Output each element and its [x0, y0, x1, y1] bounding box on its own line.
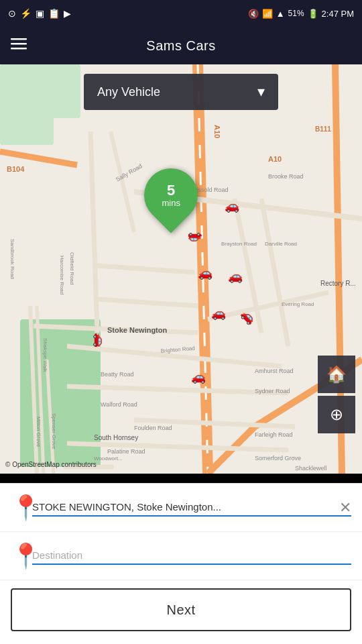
svg-text:Rectory R...: Rectory R... — [320, 280, 356, 287]
signal-icon: ▲ — [276, 9, 285, 19]
svg-rect-5 — [0, 64, 80, 118]
map-pin: 5 mins — [144, 168, 198, 222]
usb-status-icon: ⚡ — [20, 8, 32, 19]
status-icons-right: 🔇 📶 ▲ 51% 🔋 2:47 PM — [248, 9, 354, 19]
clipboard-status-icon: 📋 — [48, 8, 60, 19]
pin-bubble-inner: 5 mins — [162, 183, 180, 208]
svg-rect-1 — [11, 43, 27, 45]
app-header: Sams Cars — [0, 27, 362, 64]
clear-pickup-button[interactable]: ✕ — [339, 499, 351, 517]
pin-label: mins — [162, 198, 180, 208]
svg-text:A10: A10 — [213, 125, 221, 138]
next-button[interactable]: Next — [11, 588, 351, 631]
wifi-icon: 📶 — [262, 9, 273, 19]
svg-text:Amhurst Road: Amhurst Road — [255, 368, 294, 374]
destination-input[interactable] — [32, 547, 351, 565]
svg-text:Farleigh Road: Farleigh Road — [255, 431, 293, 438]
car-icon-7: 🚗 — [93, 333, 107, 347]
svg-text:Sydner Road: Sydner Road — [255, 388, 290, 394]
svg-text:Brayston Road: Brayston Road — [221, 241, 257, 247]
time-display: 2:47 PM — [322, 9, 354, 19]
svg-text:Milton Grove: Milton Grove — [36, 417, 42, 447]
svg-text:Darville Road: Darville Road — [265, 241, 297, 247]
mute-icon: 🔇 — [248, 9, 259, 19]
battery-icon: 🔋 — [308, 9, 318, 19]
map-area[interactable]: A10 Sally Road Clissold Road Brooke Road… — [0, 64, 362, 474]
car-icon-1: 🚗 — [225, 199, 239, 213]
destination-row: 📍 — [0, 532, 362, 580]
svg-text:Evering Road: Evering Road — [282, 301, 314, 307]
svg-text:Shacklewell: Shacklewell — [295, 465, 327, 472]
svg-text:B111: B111 — [315, 125, 331, 133]
svg-text:Foulden Road: Foulden Road — [134, 425, 172, 431]
location-target-icon: ⊕ — [330, 405, 343, 424]
nav-status-icon: ▶ — [64, 8, 71, 19]
home-button[interactable]: 🏠 — [318, 356, 355, 393]
my-location-button[interactable]: ⊕ — [318, 396, 355, 433]
vehicle-dropdown[interactable]: Any Vehicle ▾ — [84, 74, 278, 110]
svg-rect-0 — [11, 38, 27, 40]
svg-text:Palatine Road: Palatine Road — [107, 448, 145, 455]
pickup-row: 📍 ✕ — [0, 484, 362, 532]
svg-text:Brooke Road: Brooke Road — [268, 173, 304, 180]
svg-text:Sandbrook Road: Sandbrook Road — [9, 239, 15, 279]
svg-rect-2 — [11, 48, 27, 50]
car-icon-2: 🚗 — [188, 232, 202, 247]
svg-text:Somerford Grove: Somerford Grove — [255, 455, 301, 462]
chevron-down-icon: ▾ — [257, 83, 265, 101]
svg-text:B104: B104 — [7, 165, 25, 173]
bottom-panel: 📍 ✕ 📍 Next — [0, 483, 362, 644]
svg-text:Beatty Road: Beatty Road — [101, 371, 134, 378]
menu-button[interactable] — [11, 36, 27, 56]
svg-text:Stoke Newington: Stoke Newington — [107, 326, 168, 334]
osm-credit: © OpenStreetMap contributors — [5, 461, 97, 468]
destination-red-pin: 📍 — [11, 541, 32, 571]
status-icons-left: ⊙ ⚡ ▣ 📋 ▶ — [8, 8, 71, 19]
app-title: Sams Cars — [146, 38, 215, 54]
car-icon-8: 🚗 — [191, 370, 206, 384]
vehicle-dropdown-label: Any Vehicle — [97, 85, 160, 99]
home-icon: 🏠 — [326, 365, 347, 384]
svg-text:Woodwort...: Woodwort... — [94, 455, 123, 462]
svg-text:A10: A10 — [268, 155, 282, 163]
status-bar: ⊙ ⚡ ▣ 📋 ▶ 🔇 📶 ▲ 51% 🔋 2:47 PM — [0, 0, 362, 27]
svg-text:Harcombe Road: Harcombe Road — [59, 256, 65, 294]
pickup-input[interactable] — [32, 498, 351, 517]
car-icon-3: 🚗 — [198, 266, 213, 280]
pin-minutes: 5 — [162, 183, 180, 198]
svg-text:Oldfield Road: Oldfield Road — [69, 252, 75, 284]
pickup-green-pin: 📍 — [11, 493, 32, 523]
car-icon-4: 🚗 — [228, 269, 243, 284]
svg-text:Walford Road: Walford Road — [101, 401, 137, 408]
car-icon-5: 🚗 — [211, 306, 226, 321]
pin-bubble: 5 mins — [133, 157, 208, 233]
svg-text:Shakspe Walk: Shakspe Walk — [42, 338, 48, 373]
svg-text:South Hornsey: South Hornsey — [94, 434, 138, 441]
svg-text:Spenser Grove: Spenser Grove — [51, 413, 57, 449]
battery-percent: 51% — [288, 9, 304, 18]
location-status-icon: ⊙ — [8, 8, 16, 19]
sim-status-icon: ▣ — [36, 8, 44, 19]
